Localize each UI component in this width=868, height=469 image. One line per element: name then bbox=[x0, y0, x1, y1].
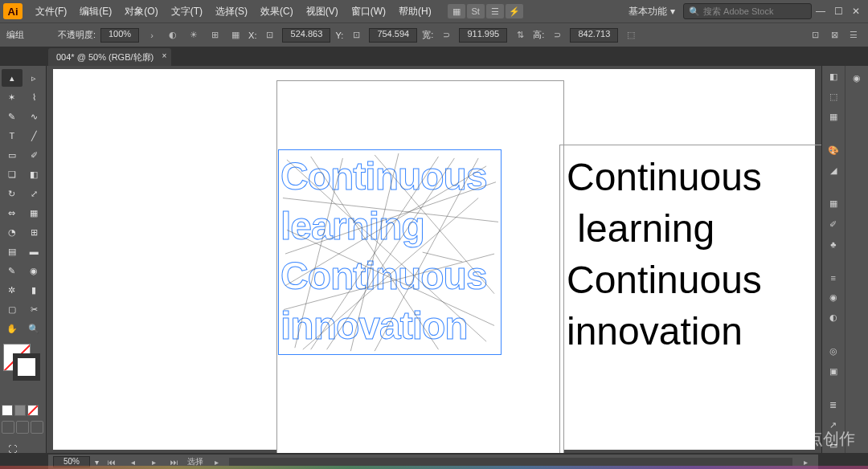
color-panel-icon[interactable]: 🎨 bbox=[825, 143, 842, 158]
menu-file[interactable]: 文件(F) bbox=[29, 5, 73, 18]
gradient-tool[interactable]: ▬ bbox=[24, 243, 45, 260]
menu-window[interactable]: 窗口(W) bbox=[345, 5, 392, 18]
style-icon[interactable]: ◐ bbox=[165, 27, 181, 43]
direct-selection-tool[interactable]: ▹ bbox=[24, 69, 45, 87]
bridge-icon[interactable]: ▦ bbox=[448, 4, 465, 18]
options-icon[interactable]: ☰ bbox=[845, 27, 862, 43]
arrange-icon[interactable]: ☰ bbox=[486, 4, 504, 18]
preview-artboard: Continuous learning Continuous innovatio… bbox=[559, 145, 821, 453]
selection-tool[interactable]: ▴ bbox=[2, 69, 23, 87]
link-wh-icon[interactable]: ⊃ bbox=[438, 27, 454, 43]
line-tool[interactable]: ╱ bbox=[24, 127, 45, 145]
graphic-styles-panel-icon[interactable]: ▣ bbox=[825, 364, 842, 379]
blend-tool[interactable]: ◉ bbox=[24, 262, 45, 279]
cc-home-icon[interactable]: ◉ bbox=[848, 69, 866, 87]
horizontal-scrollbar[interactable] bbox=[229, 458, 792, 466]
appearance-panel-icon[interactable]: ◎ bbox=[825, 344, 842, 359]
lock-ratio-icon[interactable]: ⇅ bbox=[512, 27, 528, 43]
lasso-tool[interactable]: ⌇ bbox=[24, 88, 45, 106]
gradient-panel-icon[interactable]: ◉ bbox=[825, 290, 842, 305]
w-input[interactable]: 911.995 bbox=[459, 28, 507, 43]
recolor-icon[interactable]: ☀ bbox=[186, 27, 202, 43]
chevron-right-icon[interactable]: › bbox=[144, 27, 160, 43]
document-tab[interactable]: 004* @ 50% (RGB/轮廓) × bbox=[48, 48, 171, 66]
stroke-panel-icon[interactable]: ≡ bbox=[825, 270, 842, 285]
eyedropper-tool[interactable]: ✎ bbox=[2, 262, 23, 279]
brushes-panel-icon[interactable]: ✐ bbox=[825, 217, 842, 232]
menu-edit[interactable]: 编辑(E) bbox=[73, 5, 118, 18]
menu-object[interactable]: 对象(O) bbox=[118, 5, 164, 18]
free-transform-tool[interactable]: ▦ bbox=[24, 204, 45, 222]
hand-tool[interactable]: ✋ bbox=[2, 320, 23, 337]
mesh-tool[interactable]: ▤ bbox=[2, 243, 23, 260]
color-mode-gradient[interactable] bbox=[14, 405, 26, 416]
perspective-tool[interactable]: ⊞ bbox=[24, 223, 45, 241]
symbols-panel-icon[interactable]: ♣ bbox=[825, 237, 842, 252]
stroke-swatch[interactable] bbox=[13, 353, 40, 381]
draw-inside[interactable] bbox=[31, 421, 43, 434]
edit-icon[interactable]: ⊠ bbox=[826, 27, 842, 43]
shape-mode-icon[interactable]: ⬚ bbox=[623, 27, 639, 43]
svg-line-14 bbox=[423, 252, 463, 262]
selection-bounding-box[interactable]: Continuous learning Continuous innovatio… bbox=[278, 149, 502, 355]
layers-panel-icon[interactable]: ≣ bbox=[825, 398, 842, 413]
window-close[interactable]: ✕ bbox=[847, 6, 865, 17]
column-graph-tool[interactable]: ▮ bbox=[24, 281, 45, 299]
draw-behind[interactable] bbox=[16, 421, 29, 434]
scale-tool[interactable]: ⤢ bbox=[24, 185, 45, 202]
symbol-sprayer-tool[interactable]: ✲ bbox=[2, 281, 23, 299]
align-to-icon[interactable]: ▦ bbox=[227, 27, 244, 43]
rotate-tool[interactable]: ↻ bbox=[2, 185, 23, 202]
menu-view[interactable]: 视图(V) bbox=[300, 5, 345, 18]
screen-mode-tool[interactable]: ⛶ bbox=[2, 440, 23, 458]
color-guide-panel-icon[interactable]: ◢ bbox=[825, 163, 842, 178]
menu-help[interactable]: 帮助(H) bbox=[392, 5, 438, 18]
curvature-tool[interactable]: ∿ bbox=[24, 108, 45, 125]
slice-tool[interactable]: ✂ bbox=[24, 300, 45, 318]
eraser-tool[interactable]: ◧ bbox=[24, 165, 45, 183]
rectangle-tool[interactable]: ▭ bbox=[2, 146, 23, 164]
properties-panel-icon[interactable]: ◧ bbox=[825, 69, 842, 84]
y-input[interactable]: 754.594 bbox=[369, 28, 417, 43]
color-mode-none[interactable] bbox=[27, 405, 39, 416]
magic-wand-tool[interactable]: ✶ bbox=[2, 88, 23, 106]
shaper-tool[interactable]: ❏ bbox=[2, 165, 23, 183]
window-max[interactable]: ☐ bbox=[829, 6, 847, 17]
paintbrush-tool[interactable]: ✐ bbox=[24, 146, 45, 164]
zoom-tool[interactable]: 🔍 bbox=[24, 320, 45, 337]
align-icon[interactable]: ⊞ bbox=[207, 27, 223, 43]
toolbox: ▴▹ ✶⌇ ✎∿ T╱ ▭✐ ❏◧ ↻⤢ ⇔▦ ◔⊞ ▤▬ ✎◉ ✲▮ ▢✂ ✋… bbox=[0, 66, 47, 453]
artboard-tool[interactable]: ▢ bbox=[2, 300, 23, 318]
menu-type[interactable]: 文字(T) bbox=[165, 5, 209, 18]
window-min[interactable]: — bbox=[812, 6, 829, 17]
libraries-panel-icon[interactable]: ⬚ bbox=[825, 89, 842, 104]
chevron-down-icon[interactable]: ▾ bbox=[95, 458, 99, 467]
tab-close-icon[interactable]: × bbox=[162, 51, 166, 60]
h-input[interactable]: 842.713 bbox=[570, 28, 618, 43]
transparency-panel-icon[interactable]: ◐ bbox=[825, 310, 842, 325]
swatches-panel-icon[interactable]: ▦ bbox=[825, 196, 842, 211]
anchor-h-icon[interactable]: ⊃ bbox=[549, 27, 565, 43]
pen-tool[interactable]: ✎ bbox=[2, 108, 23, 125]
stock-icon[interactable]: St bbox=[467, 4, 485, 18]
width-tool[interactable]: ⇔ bbox=[2, 204, 23, 222]
gpu-icon[interactable]: ⚡ bbox=[506, 4, 523, 18]
export-panel-icon[interactable]: ▦ bbox=[825, 109, 842, 124]
anchor-icon[interactable]: ⊡ bbox=[261, 27, 277, 43]
draw-normal[interactable] bbox=[2, 421, 14, 434]
canvas-viewport[interactable]: Continuous learning Continuous innovatio… bbox=[47, 66, 821, 453]
anchor-y-icon[interactable]: ⊡ bbox=[348, 27, 364, 43]
x-input[interactable]: 524.863 bbox=[282, 28, 330, 43]
opacity-input[interactable]: 100% bbox=[100, 28, 139, 43]
isolate-icon[interactable]: ⊡ bbox=[807, 27, 823, 43]
color-mode-solid[interactable] bbox=[2, 405, 13, 416]
shape-builder-tool[interactable]: ◔ bbox=[2, 223, 23, 241]
menu-effect[interactable]: 效果(C) bbox=[254, 5, 300, 18]
workspace-switcher[interactable]: 基本功能 ▾ bbox=[628, 5, 675, 18]
type-tool[interactable]: T bbox=[2, 127, 23, 145]
svg-line-10 bbox=[287, 230, 494, 325]
menu-select[interactable]: 选择(S) bbox=[209, 5, 254, 18]
fill-stroke-swatches[interactable] bbox=[2, 342, 44, 385]
menu-extra-icons: ▦ St ☰ ⚡ bbox=[448, 4, 523, 18]
search-input[interactable]: 🔍 搜索 Adobe Stock bbox=[683, 3, 812, 19]
